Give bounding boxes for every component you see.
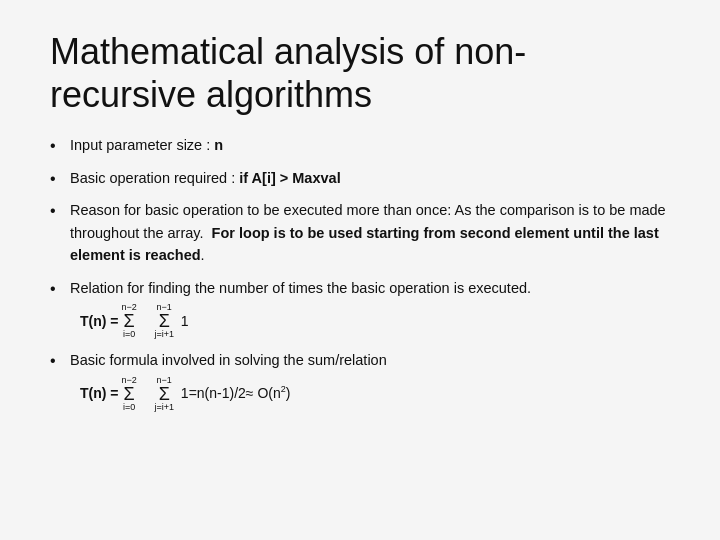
sigma-1-bot: i=0 [123,330,135,339]
slide: Mathematical analysis of non-recursive a… [0,0,720,540]
formula-1-one: 1 [177,309,189,334]
slide-title: Mathematical analysis of non-recursive a… [50,30,670,116]
bullet-2-text: Basic operation required : if A[i] > Max… [70,170,341,186]
bullet-5-text: Basic formula involved in solving the su… [70,352,387,368]
formula-2-block: T(n) = n−2 Σ i=0 n−1 Σ j=i+1 1=n(n-1)/2≈… [70,376,670,412]
sigma-4-sym: Σ [159,385,170,403]
bullet-3-bold: For loop is to be used starting from sec… [70,225,659,263]
sigma-4: n−1 Σ j=i+1 [154,376,174,412]
tn-label-2: T(n) = [80,381,119,406]
sigma-3: n−2 Σ i=0 [122,376,137,412]
sigma-4-bot: j=i+1 [154,403,174,412]
sigma-1: n−2 Σ i=0 [122,303,137,339]
sigma-3-sym: Σ [124,385,135,403]
sigma-1-sym: Σ [124,312,135,330]
sigma-3-bot: i=0 [123,403,135,412]
bullet-4-text: Relation for finding the number of times… [70,280,531,296]
bullet-1-text: Input parameter size : n [70,137,223,153]
sigma-2: n−1 Σ j=i+1 [154,303,174,339]
bullet-1: Input parameter size : n [50,134,670,156]
bullet-list: Input parameter size : n Basic operation… [50,134,670,411]
sigma-2-bot: j=i+1 [154,330,174,339]
bullet-3: Reason for basic operation to be execute… [50,199,670,266]
formula-1: T(n) = n−2 Σ i=0 n−1 Σ j=i+1 1 [80,303,189,339]
bullet-1-bold: n [214,137,223,153]
bullet-5: Basic formula involved in solving the su… [50,349,670,411]
tn-label-1: T(n) = [80,309,119,334]
sigma-2-sym: Σ [159,312,170,330]
bullet-4: Relation for finding the number of times… [50,277,670,339]
bullet-2: Basic operation required : if A[i] > Max… [50,167,670,189]
formula-2-result: 1=n(n-1)/2≈ O(n2) [177,381,290,406]
bullet-3-text: Reason for basic operation to be execute… [70,202,666,263]
bullet-2-bold: if A[i] > Maxval [239,170,340,186]
formula-2: T(n) = n−2 Σ i=0 n−1 Σ j=i+1 1=n(n-1)/2≈… [80,376,290,412]
formula-1-block: T(n) = n−2 Σ i=0 n−1 Σ j=i+1 1 [70,303,670,339]
formula-2-gap [140,381,152,406]
formula-1-gap [140,309,152,334]
